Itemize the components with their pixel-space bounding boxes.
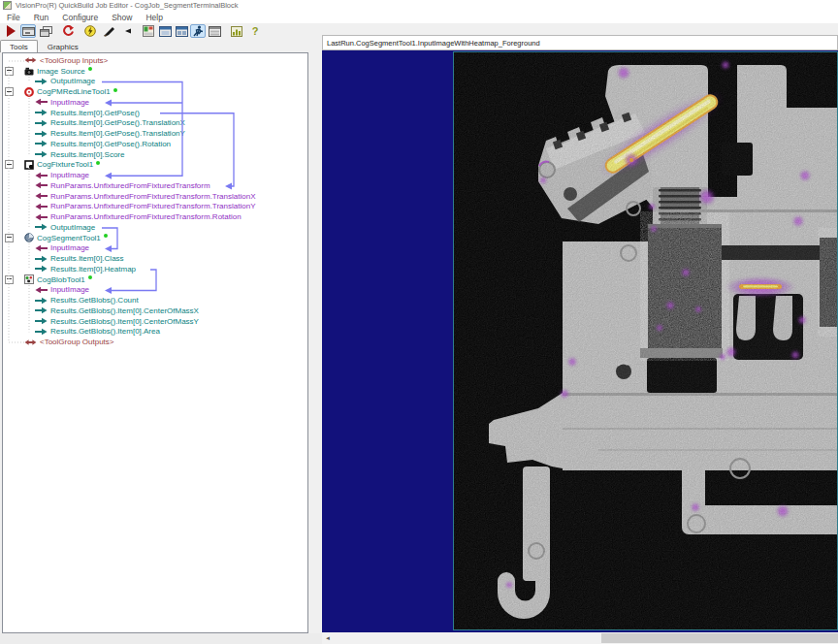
run-window-icon[interactable] — [20, 24, 36, 38]
tool-tree-panel: <ToolGroup Inputs>Image SourceOutputImag… — [2, 52, 308, 633]
image-window-icon[interactable] — [207, 24, 222, 38]
expander-icon[interactable] — [5, 87, 14, 96]
tree-node-results-item-0-heatmap[interactable]: Results.Item[0].Heatmap — [3, 264, 307, 274]
output-terminal-arrow-icon — [35, 78, 48, 85]
tree-node-image-source[interactable]: Image Source — [3, 66, 307, 77]
tool-palette-icon[interactable] — [141, 24, 156, 38]
tree-node-results-getblobs-count[interactable]: Results.GetBlobs().Count — [3, 295, 307, 306]
tree-node-toolgroup-inputs[interactable]: <ToolGroup Inputs> — [3, 55, 307, 66]
horizontal-scrollbar[interactable]: ◄ — [322, 632, 838, 644]
viewer-header-text: LastRun.CogSegmentTool1.InputImageWithHe… — [323, 39, 540, 48]
tree-node-results-item-0-getpose-rotation[interactable]: Results.Item[0].GetPose().Rotation — [3, 139, 307, 149]
output-terminal-arrow-icon — [35, 297, 48, 305]
run-job-icon[interactable] — [3, 24, 18, 38]
reset-icon[interactable] — [60, 24, 76, 38]
expander-icon[interactable] — [5, 234, 14, 242]
tree-node-label: CogBlobTool1 — [37, 274, 85, 283]
tree-node-label: CogFixtureTool1 — [37, 160, 93, 169]
output-terminal-arrow-icon — [35, 306, 48, 314]
tree-node-results-item-0-getpose-translationy[interactable]: Results.Item[0].GetPose().TranslationY — [3, 128, 307, 139]
tree-node-label: InputImage — [50, 97, 89, 106]
brush-icon[interactable] — [101, 24, 116, 38]
small-arrow-icon[interactable] — [119, 24, 135, 38]
job-window-icon[interactable] — [157, 24, 173, 38]
posted-items-window-icon[interactable] — [174, 24, 189, 38]
image-viewer-canvas — [322, 50, 838, 632]
tool-status-dot — [113, 88, 117, 92]
input-terminal-arrow-icon — [35, 286, 48, 294]
tree-node-label: InputImage — [50, 285, 89, 294]
output-terminal-arrow-icon — [35, 130, 48, 138]
help-icon[interactable]: ? — [247, 24, 263, 38]
tree-node-results-getblobs-item-0-centerofmassy[interactable]: Results.GetBlobs().Item[0].CenterOfMassY — [3, 316, 307, 327]
tree-node-label: Results.Item[0].Score — [50, 149, 124, 158]
tree-node-label: OutputImage — [50, 77, 95, 85]
menu-item-help[interactable]: Help — [139, 13, 169, 22]
blob-icon — [24, 274, 34, 284]
tree-node-results-item-0-getpose-translationx[interactable]: Results.Item[0].GetPose().TranslationX — [3, 118, 307, 129]
run-all-windows-icon[interactable] — [38, 24, 53, 38]
fixture-icon — [24, 160, 34, 170]
output-terminal-arrow-icon — [35, 150, 48, 158]
tree-node-label: Results.Item[0].GetPose().Rotation — [50, 139, 171, 147]
tree-node-runparams-unfixturedfromfixturedtransform[interactable]: RunParams.UnfixturedFromFixturedTransfor… — [3, 180, 307, 191]
tree-node-outputimage[interactable]: OutputImage — [3, 77, 307, 87]
tree-node-inputimage[interactable]: InputImage — [3, 285, 307, 296]
menu-item-show[interactable]: Show — [105, 13, 139, 22]
app-icon — [3, 1, 12, 10]
tool-status-dot — [96, 161, 100, 165]
tree-node-cogblobtool1[interactable]: CogBlobTool1 — [3, 274, 307, 285]
tree-node-label: InputImage — [50, 243, 89, 252]
profile-chart-icon[interactable] — [229, 24, 244, 38]
window-title: VisionPro(R) QuickBuild Job Editor - Cog… — [16, 1, 239, 10]
menu-item-run[interactable]: Run — [27, 13, 56, 22]
tree-node-runparams-unfixturedfromfixturedtransform-translationy[interactable]: RunParams.UnfixturedFromFixturedTransfor… — [3, 202, 307, 212]
tool-status-dot — [88, 275, 92, 279]
tab-tools[interactable]: Tools — [0, 40, 38, 52]
toolgroup-arrow-icon — [24, 56, 37, 64]
tree-node-inputimage[interactable]: InputImage — [3, 243, 307, 254]
tree-node-runparams-unfixturedfromfixturedtransform-translationx[interactable]: RunParams.UnfixturedFromFixturedTransfor… — [3, 191, 307, 202]
tree-node-cogsegmenttool1[interactable]: CogSegmentTool1 — [3, 233, 307, 243]
expander-icon[interactable] — [5, 67, 14, 76]
tree-node-results-getblobs-item-0-centerofmassx[interactable]: Results.GetBlobs().Item[0].CenterOfMassX — [3, 306, 307, 316]
tree-node-outputimage[interactable]: OutputImage — [3, 222, 307, 233]
tab-row: Tools Graphics — [0, 39, 320, 52]
input-terminal-arrow-icon — [35, 244, 48, 252]
tree-node-runparams-unfixturedfromfixturedtransform-rotation[interactable]: RunParams.UnfixturedFromFixturedTransfor… — [3, 211, 307, 222]
menu-item-file[interactable]: File — [0, 13, 27, 22]
tool-status-dot — [104, 234, 108, 238]
viewer-header: LastRun.CogSegmentTool1.InputImageWithHe… — [322, 35, 838, 50]
tree-node-inputimage[interactable]: InputImage — [3, 170, 307, 180]
tree-node-results-getblobs-item-0-area[interactable]: Results.GetBlobs().Item[0].Area — [3, 327, 307, 338]
tab-graphics[interactable]: Graphics — [38, 40, 88, 52]
tree-node-label: CogSegmentTool1 — [37, 233, 101, 242]
expander-icon[interactable] — [5, 160, 14, 169]
scrollbar-thumb[interactable] — [601, 633, 838, 643]
tree-node-results-item-0-score[interactable]: Results.Item[0].Score — [3, 149, 307, 160]
input-terminal-arrow-icon — [35, 192, 48, 200]
running-man-icon[interactable] — [190, 24, 206, 38]
trigger-spark-icon[interactable] — [82, 24, 98, 38]
app-window: VisionPro(R) QuickBuild Job Editor - Cog… — [0, 0, 838, 644]
tree-node-toolgroup-outputs[interactable]: <ToolGroup Outputs> — [3, 337, 307, 347]
scroll-left-arrow[interactable]: ◄ — [322, 632, 334, 644]
output-terminal-arrow-icon — [35, 109, 48, 116]
tree-node-results-item-0-getpose[interactable]: Results.Item[0].GetPose() — [3, 108, 307, 118]
expander-icon[interactable] — [5, 275, 14, 284]
tree-node-label: Results.Item[0].GetPose().TranslationX — [50, 118, 185, 127]
output-terminal-arrow-icon — [35, 255, 48, 263]
tree-node-inputimage[interactable]: InputImage — [3, 97, 307, 108]
tree-node-cogfixturetool1[interactable]: CogFixtureTool1 — [3, 160, 307, 171]
tree-node-label: Results.Item[0].GetPose().TranslationY — [50, 129, 185, 138]
input-terminal-arrow-icon — [35, 203, 48, 210]
tree-node-results-item-0-class[interactable]: Results.Item[0].Class — [3, 253, 307, 264]
menu-item-configure[interactable]: Configure — [55, 13, 105, 22]
tree-node-cogpmredlinetool1[interactable]: CogPMRedLineTool1 — [3, 86, 307, 97]
output-terminal-arrow-icon — [35, 328, 48, 336]
output-terminal-arrow-icon — [35, 223, 48, 231]
segment-icon — [24, 233, 34, 242]
toolgroup-arrow-icon — [24, 338, 37, 346]
input-terminal-arrow-icon — [35, 181, 48, 189]
tree-node-label: RunParams.UnfixturedFromFixturedTransfor… — [50, 191, 255, 200]
